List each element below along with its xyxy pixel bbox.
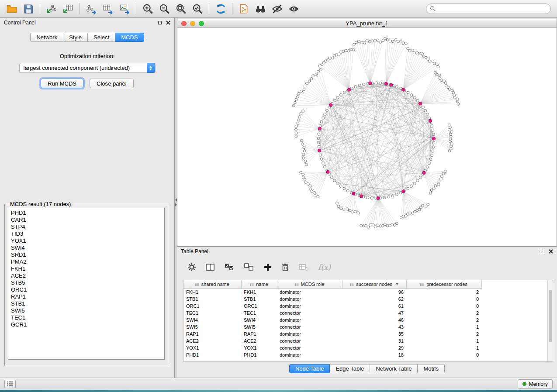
table-row[interactable]: SWI4SWI4dominator462: [183, 316, 481, 323]
cell-name[interactable]: YOX1: [241, 344, 277, 351]
cell-predecessor-nodes[interactable]: 0: [406, 303, 481, 309]
mcds-result-item[interactable]: SWI4: [11, 244, 162, 251]
cell-predecessor-nodes[interactable]: 0: [406, 351, 481, 358]
graphics-details-button[interactable]: [269, 2, 285, 16]
close-panel-button[interactable]: Close panel: [90, 79, 134, 88]
dropdown-stepper-icon[interactable]: [147, 63, 155, 73]
share-network-button[interactable]: [235, 2, 252, 16]
control-tab-select[interactable]: Select: [88, 33, 115, 42]
control-tab-network[interactable]: Network: [30, 33, 63, 42]
cell-name[interactable]: TEC1: [241, 309, 277, 316]
deselect-all-button[interactable]: [244, 263, 254, 272]
cell-MCDS-role[interactable]: dominator: [277, 303, 342, 309]
cell-successor-nodes[interactable]: 61: [342, 303, 406, 309]
scrollbar-thumb[interactable]: [549, 290, 552, 342]
mcds-result-item[interactable]: RAP1: [11, 293, 162, 300]
table-row[interactable]: STB1STB1dominator620: [183, 296, 481, 303]
table-tab-network-table[interactable]: Network Table: [370, 364, 418, 373]
table-row[interactable]: PHD1PHD1dominator180: [183, 351, 481, 358]
search-input[interactable]: [438, 6, 547, 12]
cell-MCDS-role[interactable]: dominator: [277, 330, 342, 337]
cell-MCDS-role[interactable]: connector: [277, 337, 342, 344]
cell-MCDS-role[interactable]: connector: [277, 344, 342, 351]
add-column-button[interactable]: [263, 263, 272, 272]
zoom-fit-button[interactable]: [173, 2, 189, 16]
cell-shared-name[interactable]: SWI4: [183, 316, 241, 323]
cell-successor-nodes[interactable]: 62: [342, 296, 406, 303]
mcds-result-item[interactable]: TID3: [11, 230, 162, 237]
mcds-result-item[interactable]: STB5: [11, 279, 162, 286]
criterion-dropdown[interactable]: largest connected component (undirected): [19, 63, 156, 73]
cell-name[interactable]: SWI5: [241, 323, 277, 330]
cell-shared-name[interactable]: ACE2: [183, 337, 241, 344]
mcds-result-item[interactable]: PHD1: [11, 210, 162, 217]
cell-successor-nodes[interactable]: 43: [342, 323, 406, 330]
function-builder-button[interactable]: f(x): [318, 263, 331, 272]
mcds-result-item[interactable]: CAR1: [11, 217, 162, 224]
cell-MCDS-role[interactable]: dominator: [277, 316, 342, 323]
column-header-MCDS-role[interactable]: MCDS role: [277, 280, 342, 289]
column-header-predecessor-nodes[interactable]: predecessor nodes: [406, 280, 481, 289]
cell-predecessor-nodes[interactable]: 1: [406, 323, 481, 330]
mcds-result-item[interactable]: FKH1: [11, 265, 162, 272]
show-panels-button[interactable]: [4, 380, 16, 388]
cell-MCDS-role[interactable]: connector: [277, 309, 342, 316]
mcds-result-item[interactable]: STP4: [11, 224, 162, 230]
cell-name[interactable]: FKH1: [241, 289, 277, 296]
cell-successor-nodes[interactable]: 31: [342, 337, 406, 344]
table-row[interactable]: SWI5SWI5connector431: [183, 323, 481, 330]
cell-name[interactable]: ACE2: [241, 337, 277, 344]
cell-MCDS-role[interactable]: dominator: [277, 289, 342, 296]
cell-successor-nodes[interactable]: 47: [342, 309, 406, 316]
cell-shared-name[interactable]: SWI5: [183, 323, 241, 330]
import-network-button[interactable]: [43, 2, 60, 16]
float-panel-icon[interactable]: [158, 21, 162, 24]
show-hide-button[interactable]: [285, 2, 302, 16]
memory-button[interactable]: Memory: [518, 379, 553, 389]
open-file-button[interactable]: [3, 2, 20, 16]
control-tab-mcds[interactable]: MCDS: [115, 33, 144, 42]
cell-shared-name[interactable]: ORC1: [183, 303, 241, 309]
export-table-button[interactable]: [100, 2, 116, 16]
cell-name[interactable]: ORC1: [241, 303, 277, 309]
cell-name[interactable]: RAP1: [241, 330, 277, 337]
table-row[interactable]: FKH1FKH1dominator962: [183, 289, 481, 296]
find-neighbors-button[interactable]: [252, 2, 269, 16]
cell-MCDS-role[interactable]: dominator: [277, 296, 342, 303]
import-table-button[interactable]: [60, 2, 76, 16]
mcds-result-item[interactable]: TEC1: [11, 314, 162, 321]
table-row[interactable]: ACE2ACE2connector311: [183, 337, 481, 344]
cell-predecessor-nodes[interactable]: 2: [406, 330, 481, 337]
cell-predecessor-nodes[interactable]: 1: [406, 344, 481, 351]
collapse-left-icon[interactable]: [175, 198, 177, 202]
collapse-right-icon[interactable]: [175, 203, 177, 206]
run-mcds-button[interactable]: Run MCDS: [41, 79, 83, 88]
close-panel-icon[interactable]: [549, 249, 553, 254]
export-network-button[interactable]: [83, 2, 100, 16]
zoom-in-button[interactable]: [139, 2, 156, 16]
cell-successor-nodes[interactable]: 18: [342, 351, 406, 358]
mcds-result-item[interactable]: ACE2: [11, 272, 162, 279]
cell-successor-nodes[interactable]: 46: [342, 316, 406, 323]
mcds-result-item[interactable]: ORC1: [11, 286, 162, 293]
cell-predecessor-nodes[interactable]: 2: [406, 316, 481, 323]
mcds-result-item[interactable]: YOX1: [11, 237, 162, 244]
mcds-result-item[interactable]: SRD1: [11, 251, 162, 258]
cell-shared-name[interactable]: STB1: [183, 296, 241, 303]
mcds-result-list[interactable]: PHD1CAR1STP4TID3YOX1SWI4SRD1PMA2FKH1ACE2…: [8, 208, 165, 360]
mcds-result-item[interactable]: GCR1: [11, 321, 162, 328]
cell-successor-nodes[interactable]: 96: [342, 289, 406, 296]
mcds-result-item[interactable]: STB1: [11, 300, 162, 307]
cell-name[interactable]: SWI4: [241, 316, 277, 323]
table-row[interactable]: ORC1ORC1dominator610: [183, 303, 481, 309]
toggle-column-view-button[interactable]: [205, 263, 215, 272]
table-row[interactable]: TEC1TEC1connector472: [183, 309, 481, 316]
table-tab-node-table[interactable]: Node Table: [289, 364, 330, 373]
toolbar-search[interactable]: [426, 3, 551, 14]
cell-shared-name[interactable]: PHD1: [183, 351, 241, 358]
table-scrollbar[interactable]: [547, 280, 553, 361]
column-header-shared-name[interactable]: shared name: [183, 280, 241, 289]
float-panel-icon[interactable]: [541, 250, 544, 253]
table-row[interactable]: RAP1RAP1dominator352: [183, 330, 481, 337]
cell-MCDS-role[interactable]: connector: [277, 323, 342, 330]
